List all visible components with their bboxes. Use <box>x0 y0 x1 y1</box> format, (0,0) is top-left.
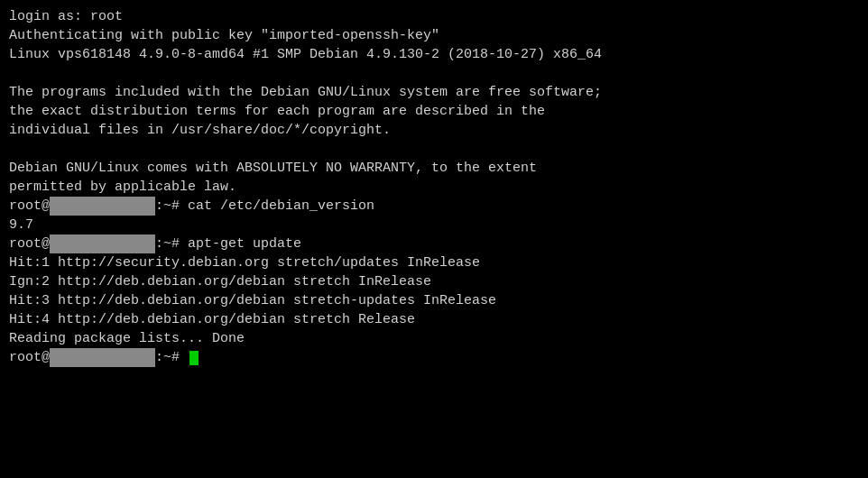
line-login: login as: root <box>9 7 859 26</box>
line-blank1 <box>9 64 859 83</box>
line-programs: The programs included with the Debian GN… <box>9 83 859 102</box>
line-auth: Authenticating with public key "imported… <box>9 26 859 45</box>
cursor-block <box>189 351 199 365</box>
terminal-window: login as: root Authenticating with publi… <box>0 0 868 478</box>
line-cmd1: root@█████████████:~# cat /etc/debian_ve… <box>9 197 859 216</box>
line-warranty: Debian GNU/Linux comes with ABSOLUTELY N… <box>9 159 859 178</box>
redacted-hostname-1: █████████████ <box>50 197 155 216</box>
line-permitted: permitted by applicable law. <box>9 178 859 197</box>
line-exact: the exact distribution terms for each pr… <box>9 102 859 121</box>
prompt-cmd1: root@ <box>9 198 50 214</box>
line-hit1: Hit:1 http://security.debian.org stretch… <box>9 253 859 272</box>
cmd2-suffix: :~# apt-get update <box>155 236 301 252</box>
line-hit3: Hit:3 http://deb.debian.org/debian stret… <box>9 291 859 310</box>
redacted-hostname-2: █████████████ <box>50 234 155 253</box>
line-final-prompt[interactable]: root@█████████████:~# <box>9 348 859 367</box>
line-reading: Reading package lists... Done <box>9 329 859 348</box>
prompt-cmd2: root@ <box>9 236 50 252</box>
line-individual: individual files in /usr/share/doc/*/cop… <box>9 121 859 140</box>
line-hit4: Hit:4 http://deb.debian.org/debian stret… <box>9 310 859 329</box>
line-blank2 <box>9 140 859 159</box>
prompt-final: root@ <box>9 350 50 365</box>
line-linux: Linux vps618148 4.9.0-8-amd64 #1 SMP Deb… <box>9 45 859 64</box>
line-version: 9.7 <box>9 216 859 234</box>
line-cmd2: root@█████████████:~# apt-get update <box>9 234 859 253</box>
final-suffix: :~# <box>155 350 188 365</box>
line-ign2: Ign:2 http://deb.debian.org/debian stret… <box>9 272 859 291</box>
redacted-hostname-3: █████████████ <box>50 348 155 367</box>
cmd1-suffix: :~# cat /etc/debian_version <box>155 198 374 214</box>
